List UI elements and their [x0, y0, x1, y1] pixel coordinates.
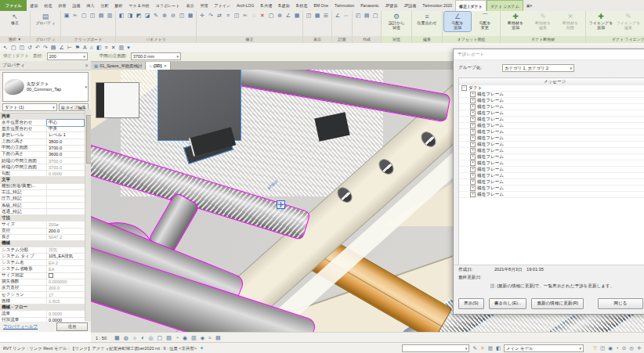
align-icon[interactable]: ≡ [224, 12, 232, 20]
qat-measure-icon[interactable]: ∠ [59, 44, 63, 52]
match-type-icon[interactable]: ◫ [89, 12, 96, 20]
ribbon-tab[interactable]: コラボレート [153, 0, 183, 11]
expand-icon[interactable]: + [470, 179, 476, 185]
ribbon-tab[interactable]: アドイン [211, 0, 233, 11]
qat-close-hidden-icon[interactable]: ✕ [111, 44, 116, 52]
palette-scrollbar[interactable] [85, 109, 91, 321]
qat-3d-view-icon[interactable]: ⌂ [90, 44, 93, 52]
edit-insulation-button[interactable]: ✎ 断熱材を 編集 [530, 12, 556, 31]
expand-icon[interactable]: + [470, 92, 476, 97]
angle-measure-icon[interactable]: ∠ [334, 12, 342, 20]
ribbon-tab[interactable]: 注釈 [97, 0, 111, 11]
expand-icon[interactable]: + [470, 117, 476, 122]
panel-label[interactable]: 選択 ▼ [0, 36, 30, 43]
chevron-down-icon[interactable]: ▾ [85, 85, 87, 89]
ribbon-tab[interactable]: BM One [311, 0, 331, 11]
qat-modify-icon[interactable]: ↖ [3, 44, 8, 52]
ribbon-tab[interactable]: 構造 [41, 0, 55, 11]
ribbon-tab[interactable]: JP設備 [400, 0, 419, 11]
add-geometry-icon[interactable]: ⊕ [161, 12, 168, 20]
rotate-icon[interactable]: ↷ [207, 12, 215, 20]
modify-button[interactable]: ↖ 修正 [2, 12, 28, 27]
constraints-icon[interactable]: ▤ [215, 335, 221, 341]
move-icon[interactable]: ✛ [198, 12, 206, 20]
split-icon[interactable]: ✂ [241, 12, 249, 20]
align-duct-button[interactable]: ≡ 位置合わせ [414, 12, 440, 27]
shadows-icon[interactable]: ◐ [141, 335, 144, 341]
ribbon-tab[interactable]: 解析 [111, 0, 125, 11]
select-underlay-icon[interactable]: ◔ [616, 345, 619, 351]
pin-icon[interactable]: ▦ [293, 12, 301, 20]
crop-region-visible-icon[interactable]: ▧ [166, 335, 172, 341]
ribbon-tab[interactable]: ダクト システム [487, 0, 523, 11]
expand-icon[interactable]: − [461, 85, 467, 91]
linework-icon[interactable]: ☰ [322, 12, 330, 20]
qat-open-icon[interactable]: ▢ [11, 44, 16, 52]
add-slope-button[interactable]: ∠ 勾配を 追加 [444, 12, 471, 31]
rendering-icon[interactable]: ◎ [148, 335, 153, 341]
ribbon-tab[interactable]: B.共通 [257, 0, 275, 11]
expand-icon[interactable]: + [470, 123, 476, 128]
split-face-icon[interactable]: ◫ [178, 12, 186, 20]
qat-aligned-dimension-icon[interactable]: ⊢ [67, 44, 72, 52]
worksets-icon[interactable]: ▥ [488, 345, 493, 351]
bulb-icon[interactable]: ☀ [480, 345, 485, 351]
design-option-select[interactable]: メイン モデル▾ [504, 344, 584, 352]
ribbon-tab[interactable]: 修正 | ダクト [455, 0, 487, 11]
qat-sync-icon[interactable]: ↺ [27, 44, 32, 52]
clipboard-extra-icon[interactable]: ▥ [106, 12, 114, 20]
ribbon-tab[interactable]: B.建築 [275, 0, 293, 11]
hide-icon[interactable]: ◫ [305, 12, 313, 20]
close-icon[interactable]: ✕ [164, 63, 167, 68]
property-row[interactable]: 送通_特記 [0, 209, 85, 215]
remove-insulation-button[interactable]: ✕ 断熱材を 削除 [557, 12, 584, 31]
change-slope-button[interactable]: ⌒ 勾配を 変更 [472, 12, 498, 31]
trim-icon[interactable]: ◌ [250, 12, 258, 20]
properties-button[interactable]: ▤ プロパティ [32, 12, 59, 27]
demolish-icon[interactable]: ▦ [186, 12, 194, 20]
dialog-title[interactable]: 干渉レポート [454, 49, 644, 60]
active-workset-select[interactable]: ▾ [402, 344, 469, 352]
edit-lining-button[interactable]: ✎ ライニングを 編集 [615, 12, 642, 31]
qat-switch-windows-icon[interactable]: ▥ [119, 44, 125, 52]
visual-style-icon[interactable]: ◍ [124, 335, 128, 341]
select-links-icon[interactable]: ◉ [608, 345, 613, 351]
pencil-icon[interactable]: ✎ [472, 345, 476, 351]
expand-icon[interactable]: + [470, 186, 476, 191]
paint-icon[interactable]: ✎ [152, 12, 160, 20]
close-icon[interactable]: ✕ [85, 63, 89, 68]
cope-icon[interactable]: ◧ [118, 12, 125, 20]
diameter-select[interactable]: 200▾ [47, 52, 88, 60]
sun-path-icon[interactable]: ☼ [132, 335, 137, 341]
properties-help-link[interactable]: プロパティヘルプ [3, 324, 38, 330]
qat-print-icon[interactable]: ▤ [51, 44, 56, 52]
ribbon-tab[interactable]: Panasonic [357, 0, 382, 11]
expand-icon[interactable]: + [470, 104, 476, 110]
ribbon-tab[interactable]: JP建築 [382, 0, 401, 11]
equipment-box-white[interactable] [96, 82, 139, 118]
add-insulation-button[interactable]: ✚ 断熱材を 追加 [502, 12, 529, 31]
reveal-hidden-icon[interactable]: ◉ [183, 335, 187, 341]
view-tab-plan[interactable]: ▦ 01_Space_平面図検討 [91, 62, 146, 70]
create-assembly-icon[interactable]: ▢ [371, 12, 379, 20]
ribbon-tab[interactable]: ▣▾ [523, 0, 535, 11]
qat-section-icon[interactable]: ◧ [96, 44, 102, 52]
editable-only-icon[interactable]: ◫ [600, 345, 605, 351]
ribbon-tab[interactable]: 挿入 [83, 0, 97, 11]
ribbon-tab[interactable]: Twinmotion 2020 [419, 0, 455, 11]
unjoin-icon[interactable]: ◪ [143, 12, 151, 20]
ribbon-tab[interactable]: Arch-LOG [233, 0, 258, 11]
expand-icon[interactable]: + [470, 148, 476, 153]
offset-icon[interactable]: ▢ [267, 12, 275, 20]
array-icon[interactable]: ⊕ [276, 12, 284, 20]
ribbon-tab[interactable]: 設備 [69, 0, 83, 11]
ribbon-tab[interactable]: Twinmotion [331, 0, 357, 11]
ribbon-tab[interactable]: ファイル [0, 0, 27, 11]
design-to-fabrication-button[interactable]: ⚙ 設計から 製造 [383, 12, 410, 31]
expand-icon[interactable]: + [470, 135, 476, 141]
show-button[interactable]: 表示(S) [458, 298, 484, 309]
cut-icon[interactable]: ✂ [71, 12, 79, 20]
copy-icon[interactable]: ◫ [233, 12, 241, 20]
analytical-model-icon[interactable]: ≈ [208, 335, 212, 341]
qat-text-icon[interactable]: A [83, 44, 87, 52]
